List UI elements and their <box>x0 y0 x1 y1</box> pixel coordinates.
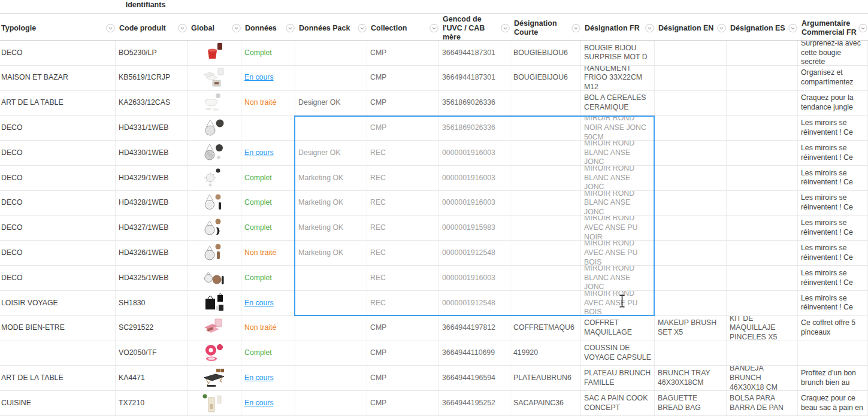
column-header-collection[interactable]: Collection <box>367 14 439 42</box>
cell-global[interactable] <box>187 366 241 391</box>
cell-pack[interactable] <box>295 391 367 416</box>
cell-es[interactable] <box>727 91 798 116</box>
column-header-es[interactable]: Désignation ES <box>727 14 798 42</box>
cell-collection[interactable]: REC <box>367 141 439 166</box>
cell-global[interactable] <box>187 266 241 291</box>
cell-argu[interactable]: Les miroirs se réinventent ! Ce <box>798 141 868 166</box>
filter-icon[interactable] <box>358 24 367 33</box>
cell-en[interactable] <box>655 216 727 241</box>
cell-code[interactable]: KA2633/12CAS <box>116 91 187 116</box>
cell-gencod[interactable]: 0000001916003 <box>439 191 510 216</box>
cell-en[interactable] <box>655 91 727 116</box>
cell-fr[interactable]: SAC A PAIN COOK CONCEPT <box>581 391 655 416</box>
cell-donnees[interactable]: Complet <box>241 216 295 241</box>
cell-gencod[interactable]: 3664944187301 <box>439 41 510 66</box>
cell-global[interactable] <box>187 391 241 416</box>
cell-donnees[interactable]: En cours <box>241 66 295 91</box>
cell-collection[interactable]: REC <box>367 191 439 216</box>
cell-es[interactable] <box>727 291 798 316</box>
cell-collection[interactable]: CMP <box>367 366 439 391</box>
cell-code[interactable]: KB5619/1CRJP <box>116 66 187 91</box>
cell-typologie[interactable]: DECO <box>0 266 116 291</box>
cell-pack[interactable] <box>295 66 367 91</box>
cell-code[interactable]: HD4331/1WEB <box>116 116 187 141</box>
status-badge[interactable]: Complet <box>244 223 272 233</box>
cell-courte[interactable] <box>510 191 581 216</box>
cell-en[interactable] <box>655 141 727 166</box>
cell-pack[interactable]: Marketing OK <box>295 191 367 216</box>
cell-global[interactable] <box>187 216 241 241</box>
cell-argu[interactable]: Les miroirs se réinventent ! Ce <box>798 191 868 216</box>
cell-typologie[interactable]: DECO <box>0 116 116 141</box>
cell-courte[interactable]: 419920 <box>510 341 581 366</box>
cell-gencod[interactable]: 0000001916003 <box>439 141 510 166</box>
cell-pack[interactable] <box>295 366 367 391</box>
cell-gencod[interactable]: 0000001916003 <box>439 266 510 291</box>
cell-pack[interactable] <box>295 116 367 141</box>
cell-fr[interactable]: MIROIR ROND AVEC ANSE PU BOIS <box>581 291 655 316</box>
cell-donnees[interactable]: Complet <box>241 191 295 216</box>
cell-global[interactable] <box>187 191 241 216</box>
cell-courte[interactable]: COFFRETMAQU6 <box>510 316 581 341</box>
cell-courte[interactable] <box>510 241 581 266</box>
cell-en[interactable] <box>655 266 727 291</box>
cell-donnees[interactable]: En cours <box>241 291 295 316</box>
cell-fr[interactable]: MIROIR ROND AVEC ANSE PU BOIS <box>581 241 655 266</box>
filter-icon[interactable] <box>571 24 580 33</box>
cell-donnees[interactable]: En cours <box>241 141 295 166</box>
cell-fr[interactable]: RANGEMENT FRIGO 33X22CM M12 <box>581 66 655 91</box>
status-badge[interactable]: Complet <box>244 174 272 183</box>
column-header-pack[interactable]: Données Pack <box>295 14 367 42</box>
cell-pack[interactable] <box>295 266 367 291</box>
cell-argu[interactable]: Organisez et compartimentez <box>798 66 868 91</box>
cell-en[interactable] <box>655 241 727 266</box>
cell-courte[interactable]: BOUGIEBIJOU6 <box>510 66 581 91</box>
cell-collection[interactable]: CMP <box>367 91 439 116</box>
cell-collection[interactable]: CMP <box>367 66 439 91</box>
cell-pack[interactable] <box>295 41 367 66</box>
cell-donnees[interactable]: Non traité <box>241 316 295 341</box>
filter-icon[interactable] <box>178 24 187 33</box>
cell-es[interactable] <box>727 66 798 91</box>
cell-typologie[interactable]: ART DE LA TABLE <box>0 366 116 391</box>
cell-en[interactable] <box>655 66 727 91</box>
cell-es[interactable] <box>727 116 798 141</box>
column-header-typologie[interactable]: Typologie <box>0 14 116 42</box>
cell-donnees[interactable]: En cours <box>241 366 295 391</box>
cell-es[interactable] <box>727 141 798 166</box>
cell-courte[interactable] <box>510 266 581 291</box>
column-header-code[interactable]: Code produit <box>116 14 187 42</box>
column-header-argu[interactable]: Argumentaire Commercial FR <box>798 14 868 42</box>
cell-fr[interactable]: MIROIR ROND AVEC ANSE PU NOIR <box>581 216 655 241</box>
cell-courte[interactable] <box>510 91 581 116</box>
cell-global[interactable] <box>187 91 241 116</box>
cell-en[interactable]: BRUNCH TRAY 46X30X18CM <box>655 366 727 391</box>
column-header-en[interactable]: Désignation EN <box>655 14 727 42</box>
cell-global[interactable] <box>187 41 241 66</box>
status-badge[interactable]: Complet <box>244 348 272 358</box>
cell-es[interactable] <box>727 341 798 366</box>
cell-en[interactable] <box>655 166 727 191</box>
cell-typologie[interactable]: MODE BIEN-ETRE <box>0 316 116 341</box>
cell-typologie[interactable]: LOISIR VOYAGE <box>0 291 116 316</box>
cell-typologie[interactable]: MAISON ET BAZAR <box>0 66 116 91</box>
status-badge[interactable]: Non traité <box>244 98 276 108</box>
cell-fr[interactable]: COFFRET MAQUILLAGE <box>581 316 655 341</box>
cell-courte[interactable] <box>510 291 581 316</box>
cell-en[interactable] <box>655 116 727 141</box>
cell-fr[interactable]: BOUGIE BIJOU SURPRISE MOT D <box>581 41 655 66</box>
cell-es[interactable] <box>727 166 798 191</box>
cell-argu[interactable]: Les miroirs se réinventent ! Ce <box>798 291 868 316</box>
cell-collection[interactable]: REC <box>367 216 439 241</box>
cell-argu[interactable] <box>798 341 868 366</box>
cell-pack[interactable]: Designer OK <box>295 91 367 116</box>
column-header-courte[interactable]: Désignation Courte <box>510 14 581 42</box>
cell-typologie[interactable]: DECO <box>0 191 116 216</box>
cell-global[interactable] <box>187 241 241 266</box>
cell-en[interactable] <box>655 341 727 366</box>
cell-collection[interactable]: CMP <box>367 116 439 141</box>
filter-icon[interactable] <box>430 24 438 33</box>
filter-icon[interactable] <box>501 24 510 33</box>
filter-icon[interactable] <box>858 24 867 33</box>
cell-code[interactable]: HD4328/1WEB <box>116 191 187 216</box>
